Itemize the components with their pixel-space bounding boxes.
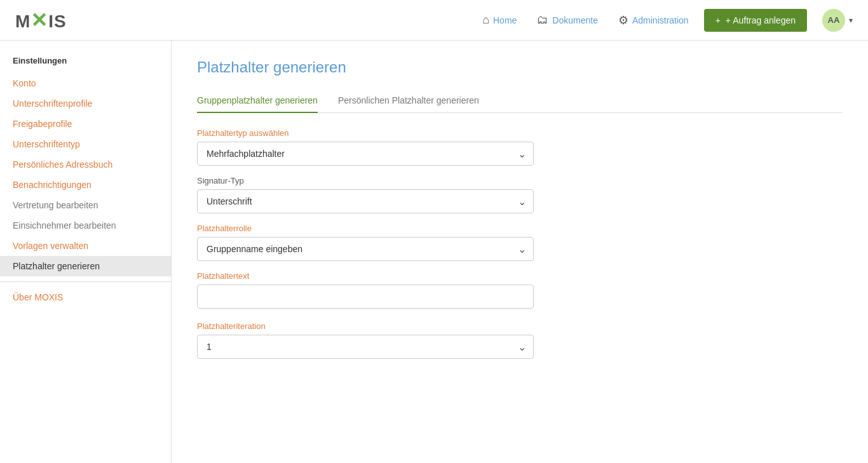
- chevron-down-icon: ▾: [849, 16, 853, 25]
- sidebar-item-vertretung-bearbeiten[interactable]: Vertretung bearbeiten: [0, 195, 171, 215]
- sidebar-item-unterschriftenprofile[interactable]: Unterschriftenprofile: [0, 93, 171, 114]
- nav-administration[interactable]: ⚙ Administration: [618, 13, 689, 27]
- sidebar-item-vorlagen-verwalten[interactable]: Vorlagen verwalten: [0, 236, 171, 256]
- tab-persoenlicher-platzhalter-label: Persönlichen Platzhalter generieren: [338, 95, 479, 105]
- logo-text: M✕IS: [15, 8, 67, 32]
- sidebar-item-ueber-moxis[interactable]: Über MOXIS: [0, 287, 171, 307]
- platzhaltertyp-select-wrapper: Mehrfachplatzhalter Einzelplatzhalter ⌄: [197, 142, 534, 166]
- signatur-typ-select[interactable]: Unterschrift Genehmigung Visum: [197, 189, 534, 213]
- sidebar-item-einsichnehmer-bearbeiten[interactable]: Einsichnehmer bearbeiten: [0, 215, 171, 236]
- platzhaltertyp-label: Platzhaltertyp auswählen: [197, 128, 534, 138]
- sidebar-item-benachrichtigungen[interactable]: Benachrichtigungen: [0, 175, 171, 195]
- tab-gruppenplatzhalter[interactable]: Gruppenplatzhalter generieren: [197, 89, 318, 113]
- gear-icon: ⚙: [618, 13, 628, 27]
- nav-administration-label: Administration: [632, 15, 689, 25]
- platzhalteriteration-select[interactable]: 1 2 3 4 5: [197, 335, 534, 359]
- user-menu[interactable]: AA ▾: [822, 9, 853, 32]
- sidebar-divider: [0, 281, 171, 282]
- platzhalteriteration-group: Platzhalteriteration 1 2 3 4 5 ⌄: [197, 321, 534, 359]
- platzhaltertext-label: Platzhaltertext: [197, 271, 534, 281]
- logo: M✕IS: [15, 8, 67, 32]
- nav-dokumente[interactable]: 🗂 Dokumente: [537, 13, 598, 27]
- sidebar-title: Einstellungen: [0, 56, 171, 73]
- tabs: Gruppenplatzhalter generieren Persönlich…: [197, 89, 843, 113]
- platzhalteriteration-select-wrapper: 1 2 3 4 5 ⌄: [197, 335, 534, 359]
- sidebar-item-persoenliches-adressbuch[interactable]: Persönliches Adressbuch: [0, 154, 171, 175]
- main-content: Platzhalter generieren Gruppenplatzhalte…: [172, 41, 868, 463]
- tab-gruppenplatzhalter-label: Gruppenplatzhalter generieren: [197, 95, 318, 105]
- nav-home[interactable]: ⌂ Home: [482, 13, 517, 27]
- signatur-typ-select-wrapper: Unterschrift Genehmigung Visum ⌄: [197, 189, 534, 213]
- nav-dokumente-label: Dokumente: [552, 15, 598, 25]
- create-label: + Auftrag anlegen: [726, 15, 796, 25]
- nav-home-label: Home: [493, 15, 517, 25]
- platzhalteriteration-label: Platzhalteriteration: [197, 321, 534, 331]
- create-icon: +: [715, 15, 721, 25]
- avatar[interactable]: AA: [822, 9, 845, 32]
- platzhalterrolle-group: Platzhalterrolle Gruppenname eingeben ⌄: [197, 224, 534, 261]
- sidebar-item-unterschriftentyp[interactable]: Unterschriftentyp: [0, 134, 171, 154]
- platzhalterrolle-select-wrapper: Gruppenname eingeben ⌄: [197, 237, 534, 261]
- avatar-initials: AA: [828, 15, 840, 25]
- platzhalterrolle-select[interactable]: Gruppenname eingeben: [197, 237, 534, 261]
- platzhalterrolle-label: Platzhalterrolle: [197, 224, 534, 233]
- platzhaltertext-group: Platzhaltertext: [197, 271, 534, 319]
- tab-persoenlicher-platzhalter[interactable]: Persönlichen Platzhalter generieren: [338, 89, 479, 113]
- sidebar: Einstellungen Konto Unterschriftenprofil…: [0, 41, 172, 463]
- form: Platzhaltertyp auswählen Mehrfachplatzha…: [197, 128, 534, 359]
- main-nav: ⌂ Home 🗂 Dokumente ⚙ Administration: [482, 13, 689, 27]
- folder-icon: 🗂: [537, 13, 548, 27]
- platzhaltertyp-group: Platzhaltertyp auswählen Mehrfachplatzha…: [197, 128, 534, 166]
- home-icon: ⌂: [482, 13, 489, 27]
- create-order-button[interactable]: + + Auftrag anlegen: [704, 9, 807, 32]
- platzhaltertext-input[interactable]: [197, 285, 534, 309]
- sidebar-item-platzhalter-generieren[interactable]: Platzhalter generieren: [0, 256, 171, 276]
- signatur-typ-label: Signatur-Typ: [197, 176, 534, 185]
- sidebar-item-konto[interactable]: Konto: [0, 73, 171, 93]
- header: M✕IS ⌂ Home 🗂 Dokumente ⚙ Administration…: [0, 0, 868, 41]
- page-title: Platzhalter generieren: [197, 58, 843, 76]
- sidebar-item-freigabeprofile[interactable]: Freigabeprofile: [0, 114, 171, 134]
- layout: Einstellungen Konto Unterschriftenprofil…: [0, 41, 868, 463]
- signatur-typ-group: Signatur-Typ Unterschrift Genehmigung Vi…: [197, 176, 534, 213]
- platzhaltertyp-select[interactable]: Mehrfachplatzhalter Einzelplatzhalter: [197, 142, 534, 166]
